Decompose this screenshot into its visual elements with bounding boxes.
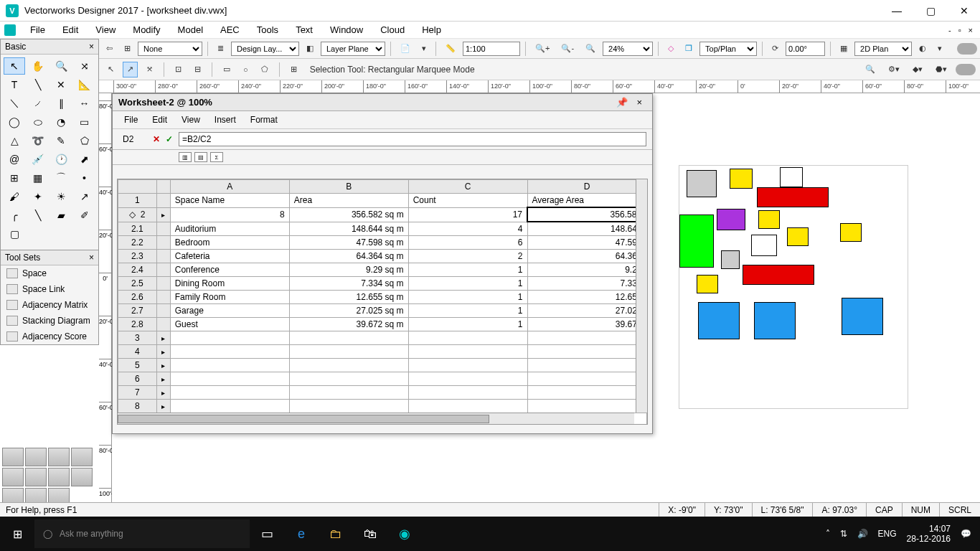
menu-text[interactable]: Text [288,22,320,37]
selected-cell[interactable]: 356.582 [527,207,646,222]
expand-icon[interactable]: ▸ [156,372,170,386]
view-select[interactable]: Top/Plan [699,42,757,56]
space-shape[interactable] [780,167,803,187]
ws-chart1-icon[interactable]: ▥ [179,152,192,162]
shade-btn[interactable]: ⬣▾ [931,62,951,77]
cell[interactable]: 7.334 sq m [289,277,408,291]
row-header[interactable]: ◇ 2 [118,207,157,222]
cell[interactable]: Family Room [170,291,289,304]
mdi-close-icon[interactable]: × [966,24,976,36]
locus-tool-icon[interactable]: ⊞ [4,169,25,187]
cell[interactable]: 12.655 [527,291,646,304]
angle-input[interactable] [786,42,825,56]
gear-button[interactable]: ⚙▾ [884,62,904,77]
ruler-icon[interactable]: 📏 [441,41,460,57]
grid-tool-icon[interactable]: ▦ [27,169,49,187]
sheet-dd-icon[interactable]: ▾ [418,41,430,57]
row-header[interactable]: 8 [118,400,157,413]
col-header[interactable]: D [527,180,646,194]
cursor2-tool-icon[interactable]: ⬈ [74,151,95,168]
tray-notifications-icon[interactable]: 💬 [961,529,971,539]
cell[interactable]: 39.672 [527,318,646,331]
worksheet-grid[interactable]: ABCD1Space NameAreaCountAverage Area◇ 2▸… [117,179,648,425]
row-header[interactable]: 2.1 [118,222,157,236]
arc2-tool-icon[interactable]: ⌒ [50,169,72,187]
ws-menu-format[interactable]: Format [245,113,283,126]
formula-accept-icon[interactable]: ✓ [166,134,173,144]
row-header[interactable]: 6 [118,372,157,386]
toolsets-close-icon[interactable]: × [89,253,94,263]
row-header[interactable]: 2.5 [118,277,157,291]
render-dd-icon[interactable]: ▾ [933,41,946,57]
double-line-tool-icon[interactable]: ∥ [50,95,72,112]
space-shape[interactable] [757,187,829,207]
cell[interactable]: 1 [408,277,527,291]
text-tool-icon[interactable]: T [4,76,25,93]
line-tool-icon[interactable]: ╲ [27,76,49,93]
measure-tool-icon[interactable]: 📐 [74,76,95,93]
menu-aec[interactable]: AEC [213,22,247,37]
toolset-stacking-diagram[interactable]: Stacking Diagram [1,313,98,329]
cell[interactable]: Cafeteria [170,250,289,263]
zoom-select[interactable]: 24% [603,42,653,56]
cell[interactable]: 27.025 [527,304,646,318]
cell[interactable]: 148.644 sq m [289,222,408,236]
space-shape[interactable] [758,210,780,229]
space-shape[interactable] [754,302,796,339]
layers-icon[interactable]: ≣ [213,41,228,57]
toggle-pill-2[interactable] [956,64,976,75]
ws-vscrollbar[interactable] [636,179,647,413]
menu-help[interactable]: Help [415,22,448,37]
cell[interactable]: Bedroom [170,236,289,250]
space-shape[interactable] [840,223,862,242]
mode-4-icon[interactable]: ⊡ [171,62,186,77]
polyline-tool-icon[interactable]: ➰ [27,132,49,149]
flyover-tool-icon[interactable]: ⤨ [74,57,95,75]
render-btn[interactable]: ◆▾ [908,62,927,77]
plane-icon[interactable]: ◧ [302,41,318,57]
delete-tool-icon[interactable]: ✕ [50,76,72,93]
arc-tool-icon[interactable]: ⟋ [27,95,49,112]
point-tool-icon[interactable]: • [74,169,95,187]
dimension-tool-icon[interactable]: ↔ [74,95,95,112]
mode-6-icon[interactable]: ▭ [219,62,235,77]
zoom-out-icon[interactable]: 🔍- [557,41,578,57]
header-cell[interactable]: Count [408,194,527,208]
tray-network-icon[interactable]: ⇅ [840,529,847,539]
formula-cancel-icon[interactable]: ✕ [153,134,160,144]
cell[interactable]: 2 [408,250,527,263]
mode-5-icon[interactable]: ⊟ [190,62,205,77]
triangle-tool-icon[interactable]: △ [4,132,25,149]
mdi-minimize-icon[interactable]: - [946,24,954,36]
expand-icon[interactable]: ▸ [156,207,170,222]
layer-select[interactable]: Design Lay... [231,42,299,56]
cell[interactable]: 12.655 sq m [289,291,408,304]
ws-menu-edit[interactable]: Edit [146,113,173,126]
menu-modify[interactable]: Modify [126,22,167,37]
ws-sum-icon[interactable]: Σ [210,152,223,162]
vectorworks-task-icon[interactable]: ◉ [387,517,422,551]
cell[interactable]: Dining Room [170,277,289,291]
mode-2-icon[interactable]: ↗ [123,62,138,77]
tray-lang[interactable]: ENG [878,529,897,539]
scale-input[interactable] [463,42,520,56]
back-button[interactable]: ⇦ [102,41,117,57]
minimize-button[interactable]: — [886,5,908,17]
mode-7-icon[interactable]: ○ [239,62,253,77]
row-header[interactable]: 4 [118,345,157,359]
menu-edit[interactable]: Edit [55,22,85,37]
eraser-tool-icon[interactable]: ▰ [50,207,72,224]
class-select[interactable]: None [138,42,202,56]
expand-icon[interactable]: ▸ [156,386,170,400]
ellipse-tool-icon[interactable]: ⬭ [27,113,49,131]
row-header[interactable]: 2.8 [118,318,157,331]
space-shape[interactable] [842,298,883,335]
row-header[interactable]: 2.4 [118,263,157,277]
plane-select[interactable]: Layer Plane [321,42,385,56]
row-header[interactable]: 2.7 [118,304,157,318]
mode-8-icon[interactable]: ⬠ [257,62,273,77]
toolset-space[interactable]: Space [1,265,98,281]
spiral-tool-icon[interactable]: @ [4,151,25,168]
mode-9-icon[interactable]: ⊞ [286,62,301,77]
render-7-icon[interactable] [48,468,70,486]
